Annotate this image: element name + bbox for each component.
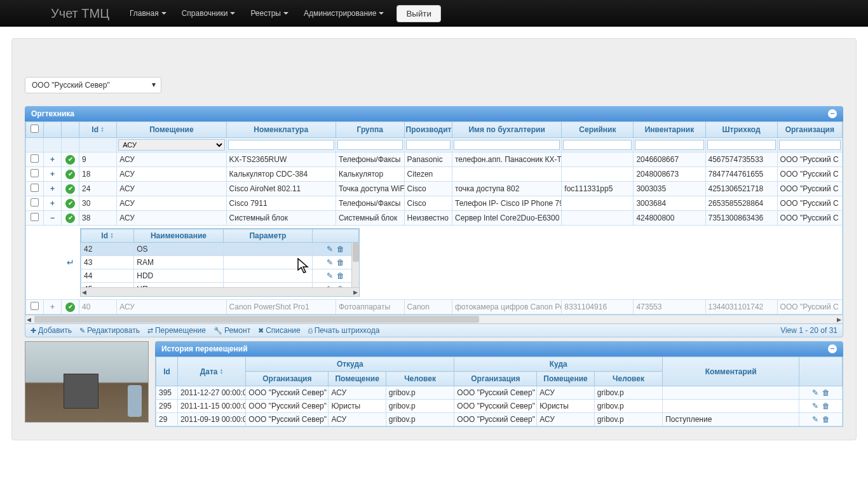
col-status — [62, 122, 79, 138]
edit-icon[interactable]: ✎ — [327, 271, 333, 280]
logout-button[interactable]: Выйти — [397, 5, 440, 22]
col-group[interactable]: Группа — [336, 122, 404, 138]
org-select[interactable]: ООО "Русский Север" — [25, 77, 161, 93]
filter-sn[interactable] — [563, 140, 632, 150]
col-inv[interactable]: Инвентарник — [634, 122, 705, 138]
col-nom[interactable]: Номенклатура — [226, 122, 336, 138]
scroll-right-icon[interactable]: ▶ — [353, 289, 358, 295]
table-row[interactable]: +✔30АСУCisco 7911Телефоны/ФаксыCiscoТеле… — [26, 196, 843, 211]
col-acc[interactable]: Имя по бухгалтерии — [452, 122, 561, 138]
hist-col-from-room[interactable]: Помещение — [329, 372, 386, 386]
grid-h-scrollbar[interactable]: ◀ ▶ — [25, 315, 843, 324]
collapse-icon[interactable]: – — [828, 109, 837, 118]
delete-icon[interactable]: 🗑 — [337, 271, 344, 280]
hist-col-to-org[interactable]: Организация — [454, 372, 537, 386]
subgrid-row[interactable]: 42OS✎🗑 — [81, 243, 359, 256]
filter-acc[interactable] — [454, 140, 560, 150]
hist-col-id[interactable]: Id — [156, 357, 178, 386]
filter-nom[interactable] — [228, 140, 334, 150]
table-row[interactable]: +✔24АСУCisco AiroNet 802.11Точка доступа… — [26, 182, 843, 196]
collapse-icon[interactable]: – — [828, 344, 837, 353]
sub-col-param[interactable]: Параметр — [223, 229, 312, 243]
edit-icon[interactable]: ✎ — [812, 388, 818, 397]
filter-inv[interactable] — [635, 140, 703, 150]
hist-col-to-person[interactable]: Человек — [594, 372, 662, 386]
delete-icon[interactable]: 🗑 — [822, 388, 830, 397]
scroll-right-icon[interactable]: ▶ — [837, 316, 841, 323]
tool-edit[interactable]: ✎Редактировать — [79, 326, 140, 335]
writeoff-icon: ✖ — [258, 327, 264, 335]
hist-col-date[interactable]: Дата — [177, 357, 245, 386]
expand-row-icon[interactable]: + — [44, 196, 62, 211]
edit-icon[interactable]: ✎ — [327, 258, 333, 267]
row-checkbox[interactable] — [31, 169, 39, 177]
table-row[interactable]: +✔18АСУКалькулятор CDC-384КалькуляторCit… — [26, 167, 843, 182]
tool-barcode[interactable]: ⎙Печать штрихкода — [308, 326, 380, 335]
hist-col-to-room[interactable]: Помещение — [537, 372, 594, 386]
sub-col-id[interactable]: Id — [81, 229, 134, 243]
nav-admin[interactable]: Администрирование — [296, 9, 391, 18]
filter-bc[interactable] — [707, 140, 776, 150]
subgrid-row[interactable]: 43RAM✎🗑 — [81, 256, 359, 269]
navbar: Учет ТМЦ Главная Справочники Реестры Адм… — [0, 0, 868, 27]
row-checkbox[interactable] — [31, 198, 39, 207]
filter-room[interactable]: АСУ — [118, 139, 224, 151]
history-grid: Id Дата Откуда Куда Комментарий Организа… — [155, 356, 843, 427]
expand-row-icon[interactable]: + — [44, 167, 62, 182]
scroll-left-icon[interactable]: ◀ — [27, 316, 31, 323]
col-checkbox[interactable] — [26, 122, 44, 138]
subgrid-v-scrollbar[interactable] — [351, 243, 359, 287]
tool-add[interactable]: ✚Добавить — [31, 326, 72, 335]
nav-main[interactable]: Главная — [122, 9, 174, 18]
hist-col-comment[interactable]: Комментарий — [663, 357, 799, 386]
table-row[interactable]: +✔9АСУKX-TS2365RUWТелефоны/ФаксыPanasoni… — [26, 152, 843, 167]
scrollbar-thumb[interactable] — [353, 243, 359, 262]
row-checkbox[interactable] — [31, 213, 39, 221]
tool-writeoff[interactable]: ✖Списание — [258, 326, 301, 335]
filter-maker[interactable] — [406, 140, 451, 150]
table-row[interactable]: −✔38АСУСистемный блокСистемный блокНеизв… — [26, 211, 843, 226]
history-row[interactable]: 292011-09-19 00:00:0ООО "Русский Север"А… — [156, 413, 843, 426]
edit-icon[interactable]: ✎ — [812, 402, 818, 410]
delete-icon[interactable]: 🗑 — [337, 245, 344, 254]
hist-col-from-org[interactable]: Организация — [246, 372, 329, 386]
delete-icon[interactable]: 🗑 — [822, 402, 830, 410]
edit-icon[interactable]: ✎ — [812, 415, 818, 424]
col-maker[interactable]: Производитель — [404, 122, 452, 138]
col-org[interactable]: Организация — [777, 122, 842, 138]
scrollbar-thumb[interactable] — [34, 316, 479, 323]
sub-col-name[interactable]: Наименование — [134, 229, 223, 243]
subgrid-row[interactable]: 44HDD✎🗑 — [81, 269, 359, 283]
hist-col-from-person[interactable]: Человек — [386, 372, 454, 386]
collapse-row-icon[interactable]: − — [44, 211, 62, 226]
scroll-left-icon[interactable]: ◀ — [82, 289, 86, 295]
col-bc[interactable]: Штрихкод — [705, 122, 777, 138]
delete-icon[interactable]: 🗑 — [822, 415, 830, 424]
nav-dicts[interactable]: Справочники — [174, 9, 243, 18]
subgrid-collapse-icon[interactable]: ↵ — [61, 257, 80, 268]
tool-repair[interactable]: 🔧Ремонт — [214, 326, 250, 335]
status-ok-icon: ✔ — [65, 170, 75, 179]
history-row[interactable]: 3952011-12-27 00:00:0ООО "Русский Север"… — [156, 386, 843, 400]
col-sn[interactable]: Серийник — [562, 122, 634, 138]
filter-group[interactable] — [337, 140, 403, 150]
row-checkbox[interactable] — [31, 184, 39, 192]
grid-nav: ✚Добавить ✎Редактировать ⇄Перемещение 🔧Р… — [25, 324, 843, 337]
col-room[interactable]: Помещение — [117, 122, 226, 138]
view-text: View 1 - 20 of 31 — [780, 326, 837, 335]
subgrid-h-scrollbar[interactable]: ◀▶ — [81, 287, 359, 296]
expand-row-icon[interactable]: + — [44, 152, 62, 167]
nav-registries[interactable]: Реестры — [243, 9, 296, 18]
tool-move[interactable]: ⇄Перемещение — [147, 326, 206, 335]
delete-icon[interactable]: 🗑 — [337, 258, 344, 267]
caret-icon — [161, 12, 166, 15]
row-checkbox[interactable] — [31, 154, 39, 163]
subgrid: IdНаименованиеПараметр42OS✎🗑43RAM✎🗑44HDD… — [80, 228, 360, 297]
table-row[interactable]: +✔40АСУCanon PowerShot Pro1ФотоаппаратыC… — [26, 300, 843, 315]
filter-org[interactable] — [779, 140, 841, 150]
org-select-value: ООО "Русский Север" — [32, 81, 110, 90]
col-id[interactable]: Id — [79, 122, 117, 138]
history-row[interactable]: 2952011-11-15 00:00:0ООО "Русский Север"… — [156, 400, 843, 413]
expand-row-icon[interactable]: + — [44, 182, 62, 196]
edit-icon[interactable]: ✎ — [327, 245, 333, 254]
